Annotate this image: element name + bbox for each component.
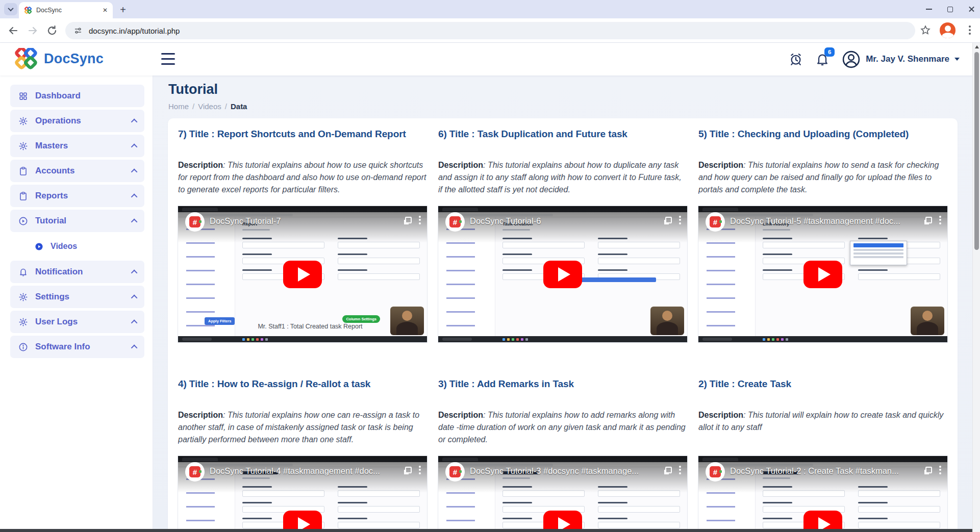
copy-link-icon[interactable] xyxy=(665,467,672,473)
sidebar-item-label: Software Info xyxy=(35,342,90,352)
breadcrumb-home[interactable]: Home xyxy=(168,102,189,111)
sidebar-item-label: Videos xyxy=(51,242,77,251)
video-menu-kebab-icon[interactable] xyxy=(419,464,421,475)
window-maximize-icon[interactable] xyxy=(947,7,953,12)
channel-avatar[interactable]: # xyxy=(445,212,465,232)
sidebar-item-notification[interactable]: Notification xyxy=(10,261,144,283)
sidebar-item-label: Tutorial xyxy=(35,216,66,226)
site-info-icon[interactable] xyxy=(73,26,83,35)
user-menu[interactable]: Mr. Jay V. Shenmare xyxy=(842,50,960,69)
video-menu-kebab-icon[interactable] xyxy=(679,464,681,475)
taskbar-app-icons xyxy=(763,338,788,341)
screenshot-windows-taskbar xyxy=(438,336,687,342)
channel-avatar[interactable]: # xyxy=(706,462,725,482)
description-label: Description xyxy=(698,161,743,169)
channel-avatar[interactable]: # xyxy=(706,212,725,232)
youtube-video-title[interactable]: DocSync Tutorial-5 #taskmanagement #doc.… xyxy=(730,216,912,226)
browser-toolbar: docsync.in/app/tutorial.php xyxy=(0,18,980,43)
video-card-1: 7) Title : Report Shortcuts and On-Deman… xyxy=(178,129,427,342)
forward-icon[interactable] xyxy=(27,24,39,37)
breadcrumb-current: Data xyxy=(231,102,247,111)
youtube-video-title[interactable]: DocSync Tutorial-2 : Create Task #taskma… xyxy=(730,466,912,476)
scrollbar-thumb[interactable] xyxy=(974,52,979,250)
video-menu-kebab-icon[interactable] xyxy=(419,214,421,225)
page-title: Tutorial xyxy=(168,82,218,97)
sidebar-item-label: Masters xyxy=(35,141,68,151)
sidebar-item-software-info[interactable]: Software Info xyxy=(10,336,144,358)
sidebar-item-operations[interactable]: Operations xyxy=(10,110,144,132)
browser-tab-strip: DocSync ✕ + xyxy=(0,0,980,18)
sidebar-item-dashboard[interactable]: Dashboard xyxy=(10,85,144,107)
youtube-video-title[interactable]: DocSync Tutorial-6 xyxy=(470,216,651,226)
window-close-icon[interactable] xyxy=(968,6,975,13)
back-icon[interactable] xyxy=(7,24,19,37)
youtube-video-title[interactable]: DocSync Tutorial-3 #docsync #taskmanage.… xyxy=(470,466,651,476)
channel-avatar[interactable]: # xyxy=(445,462,465,482)
sidebar-item-label: Accounts xyxy=(35,166,74,176)
page-scrollbar[interactable] xyxy=(972,43,980,532)
youtube-player[interactable]: Task Creation xyxy=(438,206,687,342)
video-card-6: 2) Title : Create Task Description: This… xyxy=(698,378,947,532)
window-minimize-icon[interactable] xyxy=(926,9,932,10)
sidebar-item-user-logs[interactable]: User Logs xyxy=(10,311,144,333)
description-label: Description xyxy=(178,411,223,419)
chevron-up-icon xyxy=(131,294,138,301)
alarm-clock-icon[interactable] xyxy=(789,52,803,66)
copy-link-icon[interactable] xyxy=(405,467,412,473)
youtube-player[interactable]: Report xyxy=(178,206,427,342)
description-label: Description xyxy=(698,411,743,419)
notifications-bell-icon[interactable]: 6 xyxy=(815,52,830,66)
browser-menu-kebab-icon[interactable] xyxy=(969,24,972,36)
youtube-player[interactable]: # DocSync Tutorial-2 : Create Task #task… xyxy=(698,456,947,532)
sidebar-item-reports[interactable]: Reports xyxy=(10,185,144,207)
url-text[interactable]: docsync.in/app/tutorial.php xyxy=(89,27,180,35)
channel-avatar[interactable]: # xyxy=(185,462,205,482)
sidebar-item-settings[interactable]: Settings xyxy=(10,286,144,308)
sidebar-item-tutorial[interactable]: Tutorial xyxy=(10,210,144,232)
brand-logo[interactable]: DocSync xyxy=(13,48,104,69)
youtube-play-button[interactable] xyxy=(543,261,582,288)
browser-tab[interactable]: DocSync ✕ xyxy=(19,2,113,18)
url-bar[interactable]: docsync.in/app/tutorial.php xyxy=(65,22,915,39)
user-avatar-icon xyxy=(842,50,861,69)
tab-close-icon[interactable]: ✕ xyxy=(103,7,108,13)
screenshot-windows-taskbar xyxy=(698,336,947,342)
scroll-up-arrow-icon[interactable] xyxy=(975,45,979,48)
hamburger-icon[interactable] xyxy=(161,53,175,65)
sidebar-item-accounts[interactable]: Accounts xyxy=(10,160,144,182)
youtube-player[interactable]: Link History xyxy=(698,206,947,342)
youtube-player[interactable]: # DocSync Tutorial-4 #taskmanagement #do… xyxy=(178,456,427,532)
sidebar-item-icon xyxy=(18,191,28,201)
sidebar-item-label: Dashboard xyxy=(35,91,81,101)
sidebar-item-videos[interactable]: Videos xyxy=(27,235,144,258)
video-menu-kebab-icon[interactable] xyxy=(939,214,941,225)
youtube-video-title[interactable]: DocSync Tutorial-7 xyxy=(210,216,391,226)
tab-search-button[interactable] xyxy=(4,3,17,15)
copy-link-icon[interactable] xyxy=(405,217,412,223)
browser-profile-icon[interactable] xyxy=(940,22,956,38)
video-description: Description: This tutorial explains abou… xyxy=(438,159,687,196)
screenshot-column-settings-button: Column Settings xyxy=(342,315,380,323)
reload-icon[interactable] xyxy=(46,24,58,37)
new-tab-button[interactable]: + xyxy=(116,4,130,17)
video-menu-kebab-icon[interactable] xyxy=(679,214,681,225)
youtube-video-title[interactable]: DocSync Tutorial-4 #taskmanagement #doc.… xyxy=(210,466,391,476)
sidebar-item-masters[interactable]: Masters xyxy=(10,135,144,157)
bookmark-star-icon[interactable] xyxy=(920,24,931,36)
youtube-player[interactable]: # DocSync Tutorial-3 #docsync #taskmanag… xyxy=(438,456,687,532)
video-menu-kebab-icon[interactable] xyxy=(939,464,941,475)
youtube-play-button[interactable] xyxy=(803,261,842,288)
youtube-play-button[interactable] xyxy=(283,261,322,288)
sidebar-item-icon xyxy=(18,141,28,151)
copy-link-icon[interactable] xyxy=(925,467,932,473)
sidebar-item-icon xyxy=(18,166,28,176)
sidebar-item-icon xyxy=(18,292,28,302)
channel-avatar[interactable]: # xyxy=(185,212,205,232)
copy-link-icon[interactable] xyxy=(665,217,672,223)
video-heading: 7) Title : Report Shortcuts and On-Deman… xyxy=(178,129,427,146)
breadcrumb-videos[interactable]: Videos xyxy=(198,102,221,111)
video-heading: 5) Title : Checking and Uploading (Compl… xyxy=(698,129,947,146)
copy-link-icon[interactable] xyxy=(925,217,932,223)
video-card-5: 3) Title : Add Remarks in Task Descripti… xyxy=(438,378,687,532)
video-description: Description: This tutorial explains how … xyxy=(178,409,427,446)
